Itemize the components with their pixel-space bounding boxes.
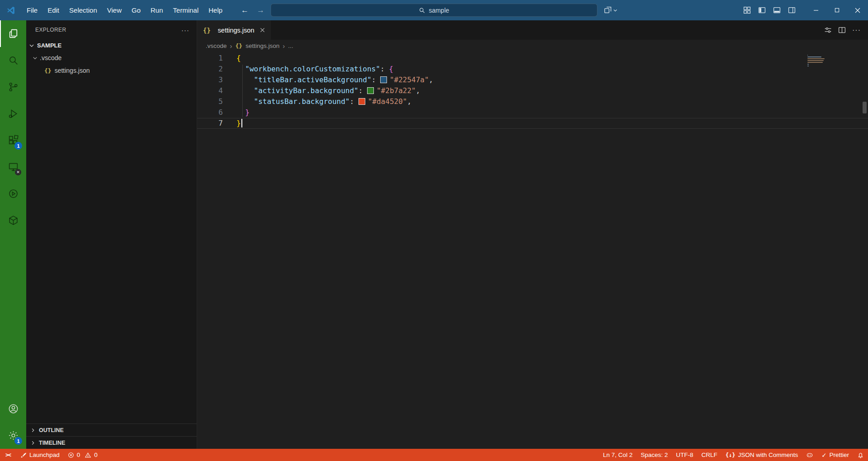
minimize-button[interactable] — [806, 0, 826, 20]
layout-switcher[interactable] — [604, 4, 618, 17]
sidebar-header: EXPLORER ··· — [26, 20, 197, 39]
accounts-activity-icon[interactable] — [0, 395, 26, 422]
tab-label: settings.json — [218, 27, 255, 34]
line-number: 6 — [197, 107, 223, 118]
vscode-logo-icon — [0, 6, 22, 15]
toggle-primary-sidebar-icon[interactable] — [755, 3, 769, 17]
bell-icon — [857, 452, 864, 458]
forward-arrow-icon[interactable]: → — [257, 6, 264, 15]
settings-gear-activity-icon[interactable]: 1 — [0, 422, 26, 449]
tree-item-settings-json[interactable]: {} settings.json — [26, 64, 197, 77]
chevron-right-icon — [30, 440, 36, 446]
more-actions-icon[interactable]: ··· — [181, 26, 189, 34]
line-content: "statusBar.background": "#da4520", — [223, 96, 411, 107]
menu-file[interactable]: File — [22, 0, 42, 20]
notifications-bell[interactable] — [853, 449, 868, 461]
settings-badge: 1 — [14, 437, 22, 445]
close-button[interactable] — [847, 0, 868, 20]
warning-count: 0 — [94, 452, 98, 458]
code-editor[interactable]: 1{2 "workbench.colorCustomizations": {3 … — [197, 52, 868, 449]
extensions-activity-icon[interactable]: 1 — [0, 127, 26, 154]
code-line-4[interactable]: 4 "activityBar.background": "#2b7a22", — [197, 85, 868, 96]
menu-edit[interactable]: Edit — [42, 0, 64, 20]
sidebar-section-sample[interactable]: SAMPLE — [26, 39, 197, 52]
tree-item-vscode-folder[interactable]: .vscode — [26, 52, 197, 64]
customize-layout-icon[interactable] — [740, 3, 755, 17]
chevron-down-icon — [28, 42, 35, 49]
close-tab-icon[interactable] — [260, 28, 265, 33]
language-mode-status[interactable]: {↓} JSON with Comments — [722, 449, 802, 461]
copilot-status[interactable] — [802, 449, 817, 461]
status-bar-right: Ln 7, Col 2 Spaces: 2 UTF-8 CRLF {↓} JSO… — [599, 449, 868, 461]
package-activity-icon[interactable] — [0, 207, 26, 234]
chevron-right-icon — [30, 427, 36, 433]
code-line-3[interactable]: 3 "titleBar.activeBackground": "#22547a"… — [197, 75, 868, 85]
editor-group: {} settings.json ··· .vsco — [197, 20, 868, 449]
back-arrow-icon[interactable]: ← — [241, 6, 249, 15]
split-editor-icon[interactable] — [838, 26, 846, 34]
encoding-status[interactable]: UTF-8 — [672, 449, 697, 461]
launchpad-label: Launchpad — [29, 452, 60, 458]
open-settings-ui-icon[interactable] — [824, 26, 832, 34]
timeline-panel-header[interactable]: TIMELINE — [26, 436, 197, 449]
status-bar: >< Launchpad 0 0 Ln 7, Col 2 Spaces: 2 U… — [0, 449, 868, 461]
remote-explorer-activity-icon[interactable]: ✕ — [0, 154, 26, 180]
code-line-1[interactable]: 1{ — [197, 53, 868, 64]
line-content: } — [223, 107, 250, 118]
color-swatch[interactable] — [380, 76, 387, 83]
copilot-icon — [806, 452, 813, 458]
warning-triangle-icon — [85, 452, 91, 458]
code-line-2[interactable]: 2 "workbench.colorCustomizations": { — [197, 64, 868, 75]
json-braces-icon: {↓} — [726, 452, 736, 458]
explorer-sidebar: EXPLORER ··· SAMPLE .vscode {} settings.… — [26, 20, 197, 449]
color-swatch[interactable] — [359, 98, 365, 105]
maximize-button[interactable] — [826, 0, 847, 20]
menu-terminal[interactable]: Terminal — [168, 0, 204, 20]
code-line-7[interactable]: 7} — [197, 118, 868, 129]
run-and-debug-activity-icon[interactable] — [0, 100, 26, 127]
chevron-down-icon — [30, 55, 40, 61]
breadcrumb-symbol[interactable]: ... — [288, 42, 293, 49]
color-swatch[interactable] — [367, 87, 374, 94]
toggle-panel-icon[interactable] — [769, 3, 784, 17]
launchpad-status-item[interactable]: Launchpad — [16, 449, 64, 461]
eol-status[interactable]: CRLF — [697, 449, 721, 461]
line-number: 4 — [197, 85, 223, 96]
code-line-6[interactable]: 6 } — [197, 107, 868, 118]
json-file-icon: {} — [44, 67, 52, 74]
indentation-status[interactable]: Spaces: 2 — [637, 449, 672, 461]
breadcrumb-folder[interactable]: .vscode — [206, 42, 227, 49]
menu-selection[interactable]: Selection — [64, 0, 102, 20]
more-actions-icon[interactable]: ··· — [852, 26, 861, 34]
run-circle-activity-icon[interactable] — [0, 180, 26, 207]
chevron-down-icon — [613, 8, 618, 13]
menu-go[interactable]: Go — [127, 0, 146, 20]
toggle-secondary-sidebar-icon[interactable] — [784, 3, 799, 17]
formatter-status[interactable]: ✓ Prettier — [817, 449, 853, 461]
search-value: sample — [429, 7, 449, 14]
explorer-activity-icon[interactable] — [0, 20, 26, 47]
tab-settings-json[interactable]: {} settings.json — [197, 20, 271, 40]
search-activity-icon[interactable] — [0, 47, 26, 74]
error-circle-icon — [68, 452, 74, 458]
minimap[interactable] — [807, 55, 828, 66]
code-lines: 1{2 "workbench.colorCustomizations": {3 … — [197, 53, 868, 129]
menu-help[interactable]: Help — [203, 0, 227, 20]
formatter-label: Prettier — [829, 452, 849, 458]
remote-indicator[interactable]: >< — [0, 449, 16, 461]
json-file-icon: {} — [236, 42, 243, 49]
source-control-activity-icon[interactable] — [0, 74, 26, 100]
command-center-search[interactable]: sample — [271, 4, 598, 17]
menu-run[interactable]: Run — [146, 0, 168, 20]
cursor-position-status[interactable]: Ln 7, Col 2 — [599, 449, 637, 461]
problems-status-item[interactable]: 0 0 — [64, 449, 102, 461]
code-line-5[interactable]: 5 "statusBar.background": "#da4520", — [197, 96, 868, 107]
menu-view[interactable]: View — [102, 0, 127, 20]
breadcrumb-file[interactable]: settings.json — [245, 42, 279, 49]
line-content: "activityBar.background": "#2b7a22", — [223, 85, 420, 96]
line-content: { — [223, 53, 241, 64]
activity-bar: 1 ✕ 1 — [0, 20, 26, 449]
remote-error-badge-icon: ✕ — [15, 169, 21, 175]
editor-scrollbar[interactable] — [863, 102, 867, 113]
outline-panel-header[interactable]: OUTLINE — [26, 423, 197, 436]
